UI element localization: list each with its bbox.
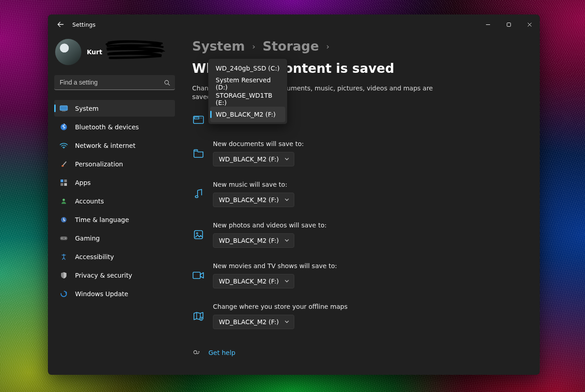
- main-content: System › Storage › Where new content is …: [181, 34, 540, 375]
- sidebar-item-personal[interactable]: Personalization: [54, 156, 175, 172]
- settings-window: Settings Kurt: [48, 14, 540, 375]
- breadcrumb-parent[interactable]: Storage: [263, 39, 319, 54]
- drive-select-photos[interactable]: WD_BLACK_M2 (F:): [213, 233, 294, 248]
- svg-point-27: [194, 350, 197, 354]
- sidebar-item-label: Bluetooth & devices: [75, 123, 139, 131]
- sidebar-item-privacy[interactable]: Privacy & security: [54, 267, 175, 283]
- apps-icon: [60, 179, 68, 186]
- app-title: Settings: [72, 21, 95, 28]
- sidebar-item-time[interactable]: 文Time & language: [54, 211, 175, 228]
- search-box[interactable]: [54, 75, 175, 90]
- svg-point-21: [200, 118, 201, 118]
- sidebar-item-gaming[interactable]: Gaming: [54, 230, 175, 246]
- svg-point-10: [62, 198, 65, 201]
- avatar: [55, 39, 81, 65]
- svg-rect-9: [64, 183, 67, 186]
- drive-dropdown[interactable]: WD_240gb_SSD (C:)System Reserved (D:)STO…: [208, 58, 288, 124]
- chevron-down-icon: [284, 156, 289, 161]
- sidebar-item-label: Time & language: [75, 216, 129, 223]
- search-input[interactable]: [54, 75, 175, 90]
- sidebar-item-label: System: [75, 105, 99, 112]
- svg-rect-19: [194, 117, 199, 119]
- drive-select-value: WD_BLACK_M2 (F:): [219, 156, 279, 163]
- svg-point-28: [198, 351, 199, 352]
- svg-point-14: [61, 238, 62, 239]
- close-icon: [527, 22, 532, 27]
- sidebar-item-label: Network & internet: [75, 142, 136, 149]
- setting-row-photos: New photos and videos will save to:WD_BL…: [192, 222, 522, 248]
- breadcrumb-root[interactable]: System: [192, 39, 245, 54]
- sidebar-item-bluetooth[interactable]: Bluetooth & devices: [54, 118, 175, 135]
- svg-point-24: [196, 232, 198, 234]
- setting-label: New music will save to:: [213, 181, 294, 188]
- setting-row-movies: New movies and TV shows will save to:WD_…: [192, 262, 522, 288]
- dropdown-option[interactable]: WD_BLACK_M2 (F:): [210, 107, 285, 122]
- drive-select-maps[interactable]: WD_BLACK_M2 (F:): [213, 315, 294, 329]
- maximize-button[interactable]: [498, 17, 519, 32]
- svg-rect-2: [60, 106, 67, 110]
- sidebar-item-apps[interactable]: Apps: [54, 174, 175, 191]
- maximize-icon: [506, 22, 511, 27]
- setting-row-maps: Change where you store your offline maps…: [192, 303, 522, 329]
- sidebar-item-accounts[interactable]: Accounts: [54, 193, 175, 209]
- music-icon: [192, 189, 205, 199]
- accessibility-icon: [60, 253, 68, 260]
- dropdown-option[interactable]: WD_240gb_SSD (C:): [210, 61, 285, 76]
- svg-point-22: [195, 196, 198, 198]
- sidebar-item-network[interactable]: Network & internet: [54, 137, 175, 154]
- chevron-down-icon: [284, 319, 289, 324]
- account-card[interactable]: Kurt: [54, 36, 175, 75]
- sidebar-item-label: Accessibility: [75, 253, 114, 260]
- display-icon: [60, 105, 68, 112]
- svg-point-5: [63, 147, 64, 148]
- video-icon: [192, 271, 205, 279]
- sidebar-item-label: Privacy & security: [75, 272, 132, 279]
- setting-row-docs: New documents will save to:WD_BLACK_M2 (…: [192, 140, 522, 166]
- get-help-link[interactable]: Get help: [208, 349, 236, 356]
- drive-select-value: WD_BLACK_M2 (F:): [219, 278, 279, 285]
- sidebar-item-system[interactable]: System: [54, 100, 175, 117]
- wifi-icon: [60, 142, 68, 149]
- setting-row-music: New music will save to:WD_BLACK_M2 (F:): [192, 181, 522, 207]
- chevron-down-icon: [284, 197, 289, 202]
- svg-rect-8: [61, 183, 63, 186]
- folder-icon: [192, 149, 205, 158]
- update-icon: [60, 290, 68, 298]
- minimize-button[interactable]: [477, 17, 498, 32]
- sidebar-item-access[interactable]: Accessibility: [54, 248, 175, 265]
- dropdown-option[interactable]: System Reserved (D:): [210, 76, 285, 91]
- drive-select-music[interactable]: WD_BLACK_M2 (F:): [213, 193, 294, 207]
- back-arrow-icon: [57, 21, 64, 28]
- setting-label: New movies and TV shows will save to:: [213, 262, 337, 269]
- sidebar-item-label: Apps: [75, 179, 91, 186]
- dropdown-option[interactable]: STORAGE_WD1TB (E:): [210, 91, 285, 107]
- bluetooth-icon: [60, 123, 68, 131]
- titlebar: Settings: [48, 14, 540, 34]
- back-button[interactable]: [52, 15, 70, 33]
- image-icon: [192, 230, 205, 240]
- drive-select-value: WD_BLACK_M2 (F:): [219, 237, 279, 244]
- drive-select-movies[interactable]: WD_BLACK_M2 (F:): [213, 274, 294, 288]
- chevron-right-icon: ›: [326, 42, 329, 51]
- svg-point-20: [201, 118, 202, 118]
- sidebar-item-label: Gaming: [75, 235, 100, 242]
- help-icon: [192, 348, 201, 357]
- chevron-down-icon: [284, 238, 289, 243]
- drive-select-value: WD_BLACK_M2 (F:): [219, 318, 279, 326]
- svg-rect-6: [61, 179, 63, 182]
- sidebar-item-label: Personalization: [75, 161, 123, 168]
- map-icon: [192, 311, 205, 321]
- close-button[interactable]: [519, 17, 540, 32]
- setting-label: New documents will save to:: [213, 140, 304, 147]
- sidebar-item-update[interactable]: Windows Update: [54, 285, 175, 302]
- drive-select-docs[interactable]: WD_BLACK_M2 (F:): [213, 152, 294, 166]
- svg-rect-25: [193, 272, 200, 279]
- sidebar-item-label: Accounts: [75, 198, 104, 205]
- chevron-down-icon: [284, 279, 289, 283]
- nav-panel: Kurt SystemBluetooth & devicesNetwork & …: [48, 34, 181, 375]
- app-window-icon: [192, 115, 205, 125]
- brush-icon: [60, 161, 68, 168]
- setting-label: Change where you store your offline maps: [213, 303, 348, 310]
- clock-icon: 文: [60, 216, 68, 223]
- setting-label: New photos and videos will save to:: [213, 222, 326, 229]
